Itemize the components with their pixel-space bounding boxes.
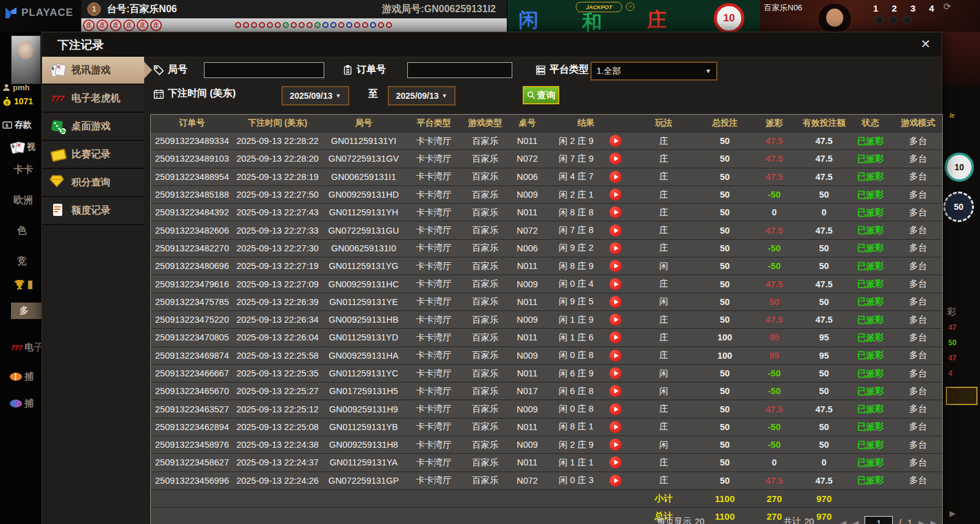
chip-10[interactable]: 10 [714,3,744,34]
play-icon [614,246,619,251]
menu-item-points-query[interactable]: 积分查询 [42,169,144,197]
replay-video-button[interactable] [609,296,622,308]
play-icon [614,425,619,429]
jackpot-help-icon[interactable]: ? [626,2,634,11]
platform-type-select[interactable]: 1.全部 ▼ [590,62,717,81]
replay-video-button[interactable] [609,475,622,487]
game-mode-cell: 多台 [894,332,942,343]
date-from-picker[interactable]: 2025/09/13 ▼ [281,86,349,106]
replay-video-button[interactable] [609,135,622,147]
menu-item-slots[interactable]: 777 电子老虎机 [42,85,144,113]
bead [330,22,336,28]
platform-cell: 卡卡湾厅 [405,421,462,432]
play-type-cell: 闲 [625,386,702,397]
replay-video-button[interactable] [609,439,622,451]
search-button[interactable]: 查询 [523,86,559,104]
valid-bet-cell: 50 [801,243,847,253]
close-icon[interactable]: ✕ [918,37,933,51]
search-icon [527,91,535,99]
status-cell: 已派彩 [847,135,894,147]
video-tab-label: 视 [27,142,35,153]
round-cell: GN011259131YA [322,458,405,467]
valid-bet-cell: 50 [801,261,847,271]
menu-item-table-games[interactable]: 桌面游戏 [42,113,144,141]
playace-logo-text: PLAYACE [21,7,73,19]
bead [267,22,273,28]
menu-item-credit-records[interactable]: 额度记录 [42,197,144,225]
replay-video-button[interactable] [609,242,622,254]
dialog-header: 下注记录 ✕ [42,32,942,57]
valid-bet-cell: 95 [801,351,847,361]
play-icon [614,460,619,465]
replay-video-button[interactable] [609,367,622,379]
round-cell: GN011259131YG [322,261,405,271]
status-cell: 已派彩 [847,189,894,201]
result-cell: 闲 8 庄 9 [546,260,606,272]
round-cell: GN011259131YB [322,422,405,432]
play-icon [614,317,619,322]
game-mode-cell: 多台 [894,403,942,415]
table-no-cell: N072 [508,154,546,163]
replay-video-button[interactable] [609,188,622,201]
result-cell: 闲 0 庄 8 [546,403,606,415]
page-number-input[interactable]: 1 [865,516,893,524]
last-page-button[interactable]: ▶ [931,519,937,524]
col-header-game-mode: 游戏模式 [894,118,942,129]
banker-badges: 庄庄庄庄庄庄 [81,20,162,31]
table-no-cell: N009 [508,404,546,414]
order-number-input[interactable] [407,62,512,78]
play-type-cell: 庄 [625,153,702,165]
avatar[interactable] [11,35,41,84]
replay-video-button[interactable] [609,224,622,237]
play-type-cell: 庄 [625,314,702,326]
replay-video-button[interactable] [609,385,622,397]
total-bet-cell: 50 [702,190,747,199]
game-mode-cell: 多台 [894,171,942,182]
video-thumbnail[interactable]: 百家乐N06 1 2 3 4 ⟳ [760,0,980,32]
replay-video-button[interactable] [609,421,622,433]
deposit-button[interactable]: $ 存款 [2,120,44,131]
replay-video-button[interactable] [609,403,622,415]
replay-video-button[interactable] [609,456,622,468]
game-type-cell: 百家乐 [462,278,508,290]
platform-cell: 卡卡湾厅 [405,135,462,147]
replay-video-button[interactable] [609,314,622,326]
bead [243,22,249,28]
play-icon [614,210,619,215]
replay-video-button[interactable] [609,153,622,165]
bead-road-strip: 庄庄庄庄庄庄 [81,18,507,32]
replay-video-button[interactable] [609,260,622,272]
round-cell: GN072259131GV [322,154,405,163]
menu-item-match-records[interactable]: 比赛记录 [42,141,144,169]
per-page-control[interactable]: 每页显示 20 [657,516,705,524]
date-to-picker[interactable]: 2025/09/13 ▼ [388,86,456,106]
next-page-button[interactable]: ▶ [918,519,924,524]
order-cell: 250913223485188 [151,190,233,199]
payout-cell: -50 [747,368,801,378]
refresh-icon[interactable]: ⟳ [943,1,951,12]
order-cell: 250913223480696 [151,261,233,271]
platform-cell: 卡卡湾厅 [405,439,462,451]
order-cell: 250913223470805 [151,332,233,342]
table-no-cell: N009 [508,440,546,450]
payout-cell: 47.5 [747,154,801,163]
camera-numbers[interactable]: 1 2 3 4 [873,3,940,13]
menu-item-video-games[interactable]: 9K 视讯游戏 [42,57,144,85]
replay-video-button[interactable] [609,331,622,343]
prev-page-button[interactable]: ◀ [852,519,858,524]
bet-banker-zone[interactable]: 庄 [647,7,667,34]
round-number-input[interactable] [204,62,324,78]
bead [354,22,360,28]
replay-video-button[interactable] [609,350,622,362]
balance-row: $ 1071 [2,96,44,106]
payout-cell: -50 [747,440,801,450]
game-mode-cell: 多台 [894,439,942,451]
game-type-cell: 百家乐 [462,475,508,486]
payout-cell: 47.5 [747,476,801,486]
replay-video-button[interactable] [609,171,622,183]
replay-video-button[interactable] [609,206,622,218]
bet-player-zone[interactable]: 闲 [518,7,539,34]
replay-video-button[interactable] [609,278,622,290]
first-page-button[interactable]: ◀ [840,519,846,524]
table-no-cell: N011 [508,261,546,271]
